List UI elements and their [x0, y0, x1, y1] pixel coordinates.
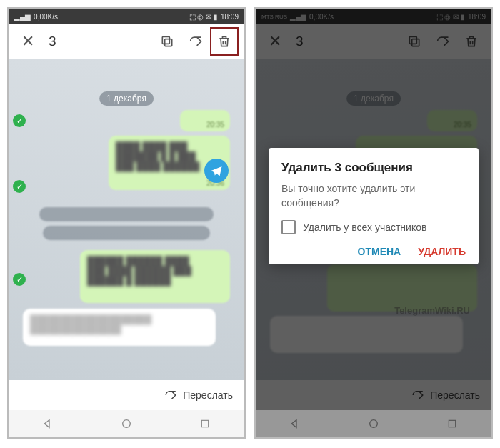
selection-count: 3	[41, 34, 153, 49]
nav-back-button[interactable]	[41, 417, 54, 430]
dialog-body: Вы точно хотите удалить эти сообщения?	[281, 182, 466, 210]
cancel-button[interactable]: ОТМЕНА	[358, 246, 401, 257]
selection-check-icon[interactable]: ✓	[13, 114, 26, 127]
forward-button[interactable]	[181, 27, 210, 56]
selection-check-icon[interactable]: ✓	[13, 273, 26, 286]
service-message	[39, 207, 214, 221]
phone-left: ▂▄▆ 0,00K/s ⬚ ◎ ✉ ▮ 18:09 ✕ 3 1 декабря …	[7, 7, 246, 439]
delete-dialog: Удалить 3 сообщения Вы точно хотите удал…	[269, 148, 479, 264]
confirm-delete-button[interactable]: УДАЛИТЬ	[418, 246, 466, 257]
phone-right: MTS RUS ▂▄▆ 0,00K/s ⬚ ◎ ✉ ▮ 18:09 ✕ 3 1 …	[254, 7, 493, 439]
message-bubble-out[interactable]: 20:35	[180, 110, 230, 131]
delete-button[interactable]	[210, 27, 239, 56]
forward-bar[interactable]: Переслать	[9, 380, 244, 410]
nav-home-button[interactable]	[120, 417, 133, 430]
status-bar: ▂▄▆ 0,00K/s ⬚ ◎ ✉ ▮ 18:09	[9, 9, 244, 24]
message-bubble-out[interactable]: ██████ ██████ ███████ ████ ██████ ██████…	[80, 250, 230, 303]
svg-point-2	[123, 420, 131, 428]
copy-button[interactable]	[153, 27, 181, 56]
forward-icon	[164, 389, 177, 402]
selection-action-bar: ✕ 3	[9, 24, 244, 59]
svg-rect-3	[201, 420, 208, 427]
message-bubble-in[interactable]: ███████████████████████████████████	[23, 309, 216, 346]
forward-label: Переслать	[183, 389, 233, 401]
chat-area: 1 декабря ✓ 20:35 ✓ ████ ████ ██████████…	[9, 59, 244, 380]
telegram-avatar-icon	[204, 159, 229, 183]
android-nav-bar	[9, 410, 244, 437]
service-message	[43, 226, 210, 240]
checkbox-icon	[281, 220, 296, 234]
dialog-title: Удалить 3 сообщения	[281, 161, 466, 175]
svg-rect-0	[165, 39, 172, 46]
checkbox-label: Удалить у всех участников	[303, 221, 426, 233]
selection-check-icon[interactable]: ✓	[13, 180, 26, 193]
close-selection-button[interactable]: ✕	[14, 32, 41, 51]
delete-for-all-checkbox[interactable]: Удалить у всех участников	[281, 220, 466, 234]
svg-rect-1	[162, 36, 169, 44]
date-chip: 1 декабря	[99, 91, 154, 106]
nav-recent-button[interactable]	[199, 417, 211, 430]
